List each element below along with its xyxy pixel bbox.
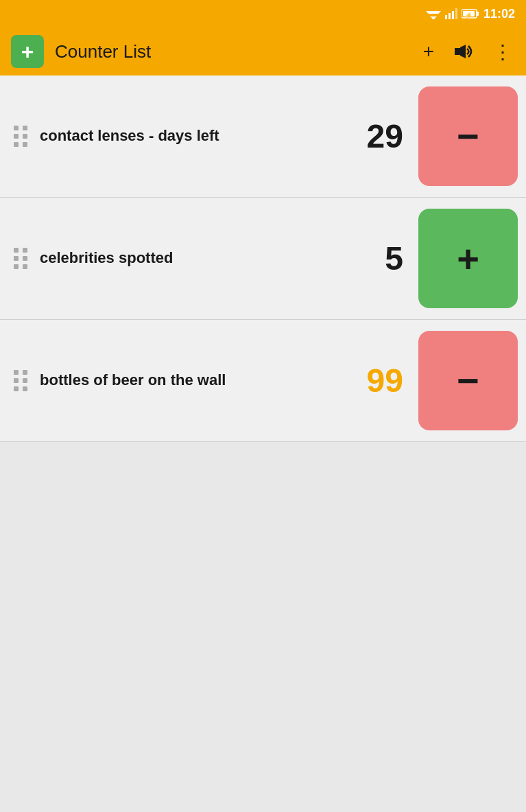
status-bar: ⚡ 11:02 [0, 0, 526, 27]
counter-label-2: celebrities spotted [40, 248, 342, 268]
counter-label-3: bottles of beer on the wall [40, 371, 342, 391]
sound-icon [453, 42, 474, 61]
more-button[interactable]: ⋮ [490, 38, 515, 66]
wifi-icon [426, 8, 441, 19]
app-title: Counter List [55, 41, 409, 62]
add-button[interactable]: + [420, 38, 437, 65]
signal-icon [445, 8, 457, 19]
counter-label-1: contact lenses - days left [40, 126, 342, 146]
top-bar: + Counter List + ⋮ [0, 27, 526, 76]
status-icons: ⚡ 11:02 [426, 7, 515, 21]
svg-text:⚡: ⚡ [465, 11, 473, 19]
counter-value-3: 99 [348, 362, 403, 399]
svg-rect-13 [455, 48, 460, 55]
drag-handle-1[interactable] [8, 120, 33, 152]
counter-item-bottles-of-beer: bottles of beer on the wall 99 − [0, 320, 526, 442]
drag-handle-2[interactable] [8, 242, 33, 275]
sound-button[interactable] [451, 39, 477, 64]
battery-icon: ⚡ [462, 8, 479, 19]
counter-item-contact-lenses: contact lenses - days left 29 − [0, 76, 526, 198]
counter-value-2: 5 [348, 240, 403, 277]
svg-rect-6 [452, 11, 454, 19]
empty-area [0, 442, 526, 737]
counter-list: contact lenses - days left 29 − celebrit… [0, 76, 526, 442]
counter-value-1: 29 [348, 117, 403, 155]
top-actions: + ⋮ [420, 38, 515, 66]
svg-rect-9 [477, 12, 479, 16]
svg-rect-7 [455, 8, 457, 19]
svg-rect-5 [449, 13, 451, 19]
decrement-button-1[interactable]: − [418, 86, 518, 186]
status-time: 11:02 [483, 7, 515, 21]
app-icon[interactable]: + [11, 35, 44, 68]
increment-button-2[interactable]: + [418, 209, 518, 308]
counter-item-celebrities: celebrities spotted 5 + [0, 198, 526, 320]
drag-handle-3[interactable] [8, 364, 33, 397]
svg-rect-4 [445, 15, 447, 19]
svg-marker-12 [460, 45, 466, 58]
decrement-button-3[interactable]: − [418, 331, 518, 430]
